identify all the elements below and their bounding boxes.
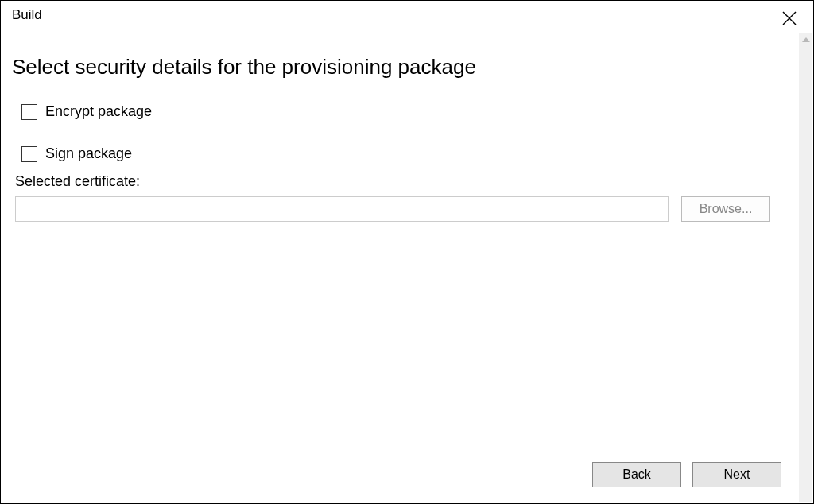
content-area: Select security details for the provisio… [1, 33, 813, 503]
selected-certificate-label: Selected certificate: [15, 173, 802, 190]
back-button[interactable]: Back [592, 462, 681, 487]
certificate-input[interactable] [15, 196, 669, 222]
encrypt-package-row: Encrypt package [21, 103, 802, 120]
certificate-row: Browse... [15, 196, 802, 222]
page-heading: Select security details for the provisio… [12, 55, 802, 79]
sign-package-row: Sign package [21, 145, 802, 162]
close-icon [782, 11, 797, 25]
footer-buttons: Back Next [592, 462, 781, 487]
browse-button[interactable]: Browse... [681, 196, 770, 222]
encrypt-package-checkbox[interactable] [21, 104, 37, 120]
encrypt-package-label: Encrypt package [45, 103, 152, 120]
close-button[interactable] [780, 9, 799, 28]
sign-package-checkbox[interactable] [21, 146, 37, 162]
next-button[interactable]: Next [692, 462, 781, 487]
sign-package-label: Sign package [45, 145, 132, 162]
titlebar: Build [1, 1, 813, 33]
window-title: Build [12, 7, 42, 23]
